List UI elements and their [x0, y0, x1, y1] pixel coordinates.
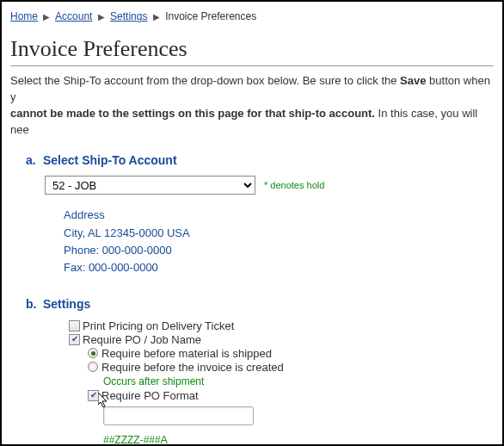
require-before-ship-radio[interactable] — [88, 348, 98, 358]
po-format-mask: ##ZZZZ-###A — [103, 434, 494, 446]
require-before-invoice-label: Require before the invoice is created — [101, 361, 284, 374]
hold-note: * denotes hold — [264, 180, 324, 190]
breadcrumb-current: Invoice Preferences — [165, 10, 256, 22]
chevron-right-icon: ▶ — [43, 12, 50, 22]
require-before-ship-label: Require before material is shipped — [101, 347, 272, 360]
breadcrumb-account[interactable]: Account — [55, 10, 92, 22]
breadcrumb-settings[interactable]: Settings — [110, 10, 147, 22]
require-before-invoice-radio[interactable] — [88, 362, 98, 372]
require-po-format-checkbox[interactable] — [88, 390, 99, 401]
po-format-input[interactable] — [103, 406, 254, 425]
breadcrumb: Home ▶ Account ▶ Settings ▶ Invoice Pref… — [10, 9, 494, 28]
section-a-title: Select Ship-To Account — [43, 153, 177, 167]
print-pricing-checkbox[interactable] — [69, 320, 80, 331]
require-po-checkbox[interactable] — [69, 334, 80, 345]
occurs-note: Occurs after shipment — [103, 375, 494, 387]
breadcrumb-home[interactable]: Home — [10, 10, 38, 22]
shipto-select[interactable]: 52 - JOB — [45, 176, 255, 195]
section-a-letter: a. — [26, 153, 43, 167]
section-b-title: Settings — [43, 297, 90, 311]
intro-text: Select the Ship-To account from the drop… — [10, 73, 494, 138]
require-po-format-label: Require PO Format — [101, 389, 199, 402]
title-divider — [10, 65, 494, 66]
print-pricing-label: Print Pricing on Delivery Ticket — [83, 319, 234, 332]
require-po-label: Require PO / Job Name — [83, 333, 201, 346]
shipto-address: Address City, AL 12345-0000 USA Phone: 0… — [64, 207, 494, 276]
chevron-right-icon: ▶ — [98, 12, 105, 22]
chevron-right-icon: ▶ — [153, 12, 160, 22]
page-title: Invoice Preferences — [10, 36, 494, 62]
section-b-letter: b. — [26, 297, 43, 311]
